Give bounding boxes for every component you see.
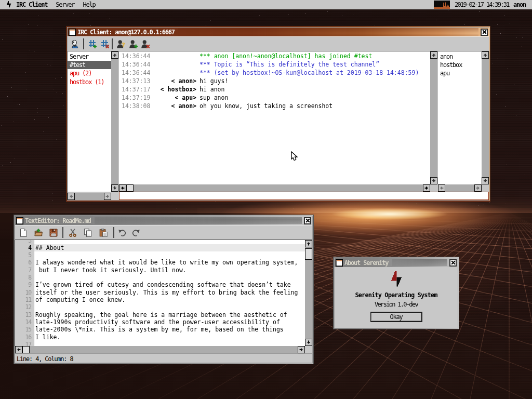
editor-scroll-left-button[interactable] [15, 346, 22, 353]
close-button[interactable] [304, 217, 311, 224]
close-button[interactable] [481, 29, 488, 36]
about-window: About Serenity Serenity Operating System… [333, 257, 459, 329]
editor-line: 13 Roughly speaking, the goal here is a … [15, 311, 305, 318]
channel-scroll-right-button[interactable] [104, 193, 111, 200]
irc-titlebar[interactable]: IRC Client: anon@127.0.0.1:6667 [68, 28, 489, 36]
chat-hscrollbar-track[interactable] [119, 184, 430, 192]
svg-text:?: ? [122, 42, 125, 48]
about-version: Version 1.0-dev [335, 301, 458, 308]
line-number: 17 [15, 341, 34, 346]
message-input[interactable] [119, 192, 489, 200]
titlebar-stripes [392, 259, 447, 266]
toolbar-separator [62, 227, 63, 238]
toolbar-separator [112, 38, 113, 49]
chat-box: 14:36:44 *** anon [anon!~anon@localhost]… [119, 51, 437, 192]
about-window-title: About Serenity [344, 259, 388, 267]
editor-line: 15 late-2000s \*nix. This is a system by… [15, 326, 305, 333]
userlist-scroll-left-button[interactable] [438, 184, 445, 192]
window-icon [16, 217, 23, 224]
channel-scroll-up-button[interactable] [111, 51, 118, 59]
copy-icon[interactable] [84, 229, 92, 237]
channel-scrollbar-track[interactable] [111, 51, 118, 192]
close-query-icon[interactable] [141, 40, 150, 48]
userlist-scroll-up-button[interactable] [482, 51, 489, 59]
redo-icon[interactable] [131, 229, 140, 237]
chat-message: 14:37:19 < apu> sup anon [119, 94, 430, 102]
userlist-scroll-down-button[interactable] [482, 177, 489, 184]
user-list-item[interactable]: hostbox [438, 61, 482, 69]
editor-hscrollbar-thumb[interactable] [22, 346, 30, 353]
okay-button[interactable]: Okay [370, 312, 422, 322]
join-channel-icon[interactable] [88, 40, 97, 48]
channel-scroll-left-button[interactable] [68, 193, 75, 200]
editor-line: 11 of computing I once knew. [15, 296, 305, 303]
chat-scroll-left-button[interactable] [119, 184, 126, 192]
channel-list-item[interactable]: apu (2) [68, 69, 111, 77]
open-file-icon[interactable] [34, 229, 43, 237]
message-nick [149, 52, 196, 60]
channel-list-item[interactable]: Server [68, 52, 111, 61]
editor-area[interactable]: 3 4 ## About 5 6 I al [15, 240, 305, 346]
userlist-scrollbar-track[interactable] [482, 51, 489, 184]
channel-list-item[interactable]: #test [68, 61, 111, 69]
editor-line: 16 I like. [15, 334, 305, 341]
chat-message: 14:37:17 < hostbox> hi anon [119, 85, 430, 94]
line-text: late-2000s \*nix. This is a system by me… [34, 326, 305, 333]
texteditor-titlebar[interactable]: TextEditor: ReadMe.md [15, 216, 312, 225]
editor-left-edge [15, 240, 15, 346]
new-file-icon[interactable] [19, 229, 28, 237]
menubar-username: anon [513, 1, 526, 8]
whois-ghost-icon[interactable] [71, 40, 79, 48]
chat-scroll-up-button[interactable] [430, 51, 437, 59]
arrow-up-icon [307, 242, 311, 246]
line-number: 3 [15, 240, 34, 244]
undo-icon[interactable] [118, 229, 127, 237]
editor-scrollbar-thumb[interactable] [305, 248, 312, 260]
message-text: oh you know, just taking a screenshot [196, 102, 332, 110]
about-titlebar[interactable]: About Serenity [335, 258, 458, 267]
userlist-scroll-right-button[interactable] [474, 184, 482, 192]
serenity-bolt-icon [6, 1, 12, 8]
mouse-cursor-icon [291, 151, 298, 162]
chat-message: 14:36:44 *** anon [anon!~anon@localhost]… [119, 52, 430, 60]
channel-list-item[interactable]: hostbox (1) [68, 78, 111, 86]
arrow-right-icon [476, 186, 480, 190]
chat-scroll-down-button[interactable] [430, 177, 437, 184]
menu-app-name[interactable]: IRC Client [16, 1, 47, 8]
line-number: 13 [15, 311, 34, 318]
save-file-icon[interactable] [49, 229, 58, 237]
scrollbar-corner [430, 184, 437, 192]
channel-scroll-down-button[interactable] [111, 184, 118, 192]
chat-scroll-right-button[interactable] [423, 184, 430, 192]
user-list-item[interactable]: apu [438, 69, 482, 77]
menu-help[interactable]: Help [83, 1, 95, 8]
part-channel-icon[interactable] [101, 40, 109, 48]
user-list[interactable]: anon hostbox apu [438, 51, 482, 184]
chat-message: 14:36:44 *** (set by hostbox!~OS-kun@loc… [119, 69, 430, 77]
cut-icon[interactable] [69, 229, 77, 237]
close-button[interactable] [449, 259, 457, 267]
whois-user-icon[interactable]: ? [117, 40, 125, 48]
arrow-down-icon [432, 179, 436, 183]
open-query-icon[interactable] [129, 40, 138, 48]
editor-scroll-down-button[interactable] [305, 339, 312, 346]
message-nick: < apu> [149, 94, 196, 102]
chat-hscrollbar-thumb[interactable] [126, 184, 134, 192]
channel-list[interactable]: Server #test apu (2) hostbox (1) [68, 51, 111, 192]
line-text [34, 240, 305, 244]
message-nick: < anon> [149, 102, 196, 110]
arrow-left-icon [17, 348, 21, 352]
serenity-logo [391, 271, 402, 287]
editor-scroll-right-button[interactable] [298, 346, 305, 353]
user-list-item[interactable]: anon [438, 52, 482, 61]
menu-server[interactable]: Server [56, 1, 74, 8]
scrollbar-corner [482, 184, 489, 192]
chat-message-area[interactable]: 14:36:44 *** anon [anon!~anon@localhost]… [119, 51, 430, 184]
editor-line: 12 [15, 303, 305, 311]
titlebar-stripes [178, 29, 478, 35]
paste-icon[interactable] [99, 229, 108, 237]
line-number: 15 [15, 326, 34, 333]
chat-scrollbar-track[interactable] [430, 51, 437, 184]
editor-hscrollbar-track[interactable] [15, 346, 305, 353]
editor-scroll-up-button[interactable] [305, 240, 312, 247]
